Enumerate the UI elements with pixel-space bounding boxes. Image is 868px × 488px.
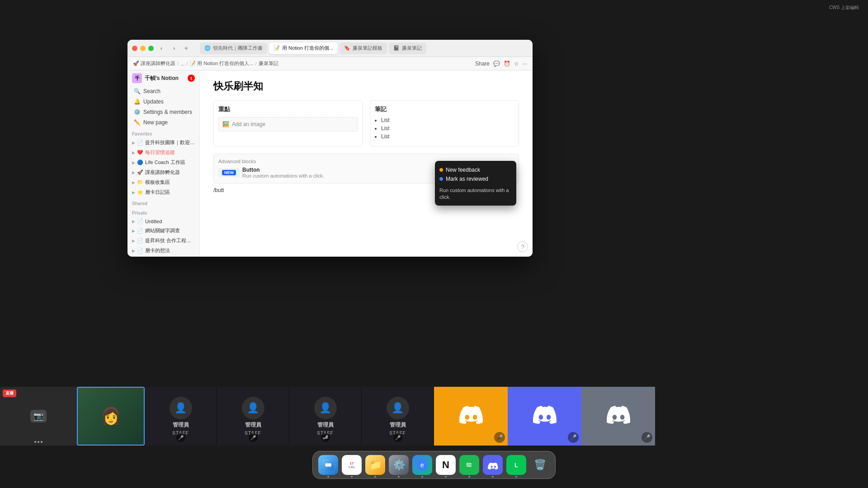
priv-item-3[interactable]: ▶ 📄 提昇科技 合作工程師招... xyxy=(129,236,198,245)
staff-avatar-1: 👤 xyxy=(170,397,192,419)
note-item-3: List xyxy=(381,133,514,140)
updates-label: Updates xyxy=(143,99,164,105)
priv-item-5[interactable]: ▶ 📊 IG 貼文/短影音製作 xyxy=(129,256,198,257)
breadcrumb-1[interactable]: 🚀 課座講師孵化器 xyxy=(133,60,175,67)
share-button[interactable]: Share xyxy=(475,61,490,67)
fav-item-3[interactable]: ▶ 🔵 Life Coach 工作區 xyxy=(129,158,198,167)
sidebar-item-newpage[interactable]: ✏️ New page xyxy=(129,117,198,127)
dot-1 xyxy=(34,441,36,443)
tab-4[interactable]: 📓 廉泉筆記 xyxy=(389,42,426,54)
fav-item-4[interactable]: ▶ 🚀 課座講師孵化器 xyxy=(129,168,198,177)
newpage-label: New page xyxy=(143,119,168,126)
live-more xyxy=(34,441,42,443)
mute-icon-2: 🎤 xyxy=(249,433,258,442)
breadcrumb-2[interactable]: ... xyxy=(180,61,184,66)
priv-item-1[interactable]: ▶ 📄 Untitled xyxy=(129,217,198,225)
more-icon[interactable]: ··· xyxy=(523,61,527,67)
tab-3-label: 廉泉筆記模板 xyxy=(353,45,382,52)
staff-avatar-4: 👤 xyxy=(387,397,409,419)
fav-item-1[interactable]: ▶ 📄 提升科技圖隊｜歡迎來... xyxy=(129,138,198,147)
minimize-button[interactable] xyxy=(140,46,146,51)
dock-finder[interactable] xyxy=(318,455,338,475)
new-tag: NEW xyxy=(222,170,236,175)
staff-name-2: 管理員 xyxy=(245,421,261,429)
fav-label-1: 提升科技圖隊｜歡迎來... xyxy=(145,139,195,146)
priv-item-2[interactable]: ▶ 📄 網站關鍵字調查 xyxy=(129,226,198,235)
help-button[interactable]: ? xyxy=(517,241,528,252)
staff-avatar-3: 👤 xyxy=(314,397,337,419)
chevron-icon: ▶ xyxy=(132,141,135,145)
add-image-button[interactable]: 🖼️ Add an image xyxy=(218,117,358,131)
workspace-icon: 千 xyxy=(132,73,142,83)
dock-spotify[interactable] xyxy=(459,455,479,475)
help-icon[interactable]: ⏰ xyxy=(504,61,510,67)
fav-label-4: 課座講師孵化器 xyxy=(145,169,180,176)
chevron-icon-6: ▶ xyxy=(132,190,135,195)
priv-icon-2: 📄 xyxy=(137,228,143,234)
fav-item-6[interactable]: ▶ ⭐ 層卡日記區 xyxy=(129,188,198,197)
fav-item-2[interactable]: ▶ ❤️ 每日習慣追蹤 xyxy=(129,148,198,157)
settings-dock-dot xyxy=(398,476,400,478)
tooltip-popup: New feedback Mark as reviewed Run custom… xyxy=(435,161,516,206)
spotify-dot xyxy=(468,476,470,478)
slash-text: /butt xyxy=(213,187,224,193)
dock-folder[interactable]: 📁 xyxy=(365,455,385,475)
title-bar: ‹ › + 🌐 領先時代｜團隊工作畫 📝 用 Notion 打造你的個... 🔖… xyxy=(127,40,533,57)
new-tab-button[interactable]: + xyxy=(182,44,191,53)
sidebar-item-search[interactable]: 🔍 Search xyxy=(129,86,198,96)
breadcrumb-4[interactable]: 廉泉筆記 xyxy=(259,60,278,67)
sidebar-item-updates[interactable]: 🔔 Updates xyxy=(129,97,198,107)
chevron-icon-4: ▶ xyxy=(132,170,135,175)
close-button[interactable] xyxy=(132,46,137,51)
note-item-1: List xyxy=(381,117,514,123)
settings-icon: ⚙️ xyxy=(134,109,141,115)
dock-line[interactable]: L xyxy=(506,455,526,475)
dock-notion[interactable]: N xyxy=(436,455,456,475)
folder-dot xyxy=(374,476,376,478)
person-placeholder: 👩 xyxy=(78,388,144,445)
tab-3[interactable]: 🔖 廉泉筆記模板 xyxy=(340,42,387,54)
tab-1-label: 領先時代｜團隊工作畫 xyxy=(213,45,263,52)
dock-calendar[interactable]: 17 CAL xyxy=(342,455,362,475)
svg-text:L: L xyxy=(514,462,518,469)
tooltip-row-1[interactable]: New feedback xyxy=(439,165,512,174)
fav-item-5[interactable]: ▶ 📁 模板收集區 xyxy=(129,178,198,187)
dc-mute-1: 🎤 xyxy=(494,432,505,443)
tab-2[interactable]: 📝 用 Notion 打造你的個... xyxy=(269,42,338,54)
fullscreen-button[interactable] xyxy=(148,46,154,51)
camera-icon: 📷 xyxy=(30,410,47,422)
discord-logo-3 xyxy=(607,404,630,429)
breadcrumb: 🚀 課座講師孵化器 / ... / 📝 用 Notion 打造你的個人... /… xyxy=(133,60,278,67)
sidebar-content: 🔍 Search 🔔 Updates ⚙️ Settings & members… xyxy=(127,86,199,257)
tab-1[interactable]: 🌐 領先時代｜團隊工作畫 xyxy=(200,42,267,54)
staff-name-3: 管理員 xyxy=(317,421,334,429)
favorite-icon[interactable]: ☆ xyxy=(514,61,519,67)
app-body: 千 千幀's Notion 1 🔍 Search 🔔 Updates ⚙️ Se… xyxy=(127,70,533,257)
dock-trash[interactable]: 🗑️ xyxy=(530,455,550,475)
chevron-icon-2: ▶ xyxy=(132,150,135,155)
priv-icon-4: 📄 xyxy=(137,248,143,253)
tab-4-icon: 📓 xyxy=(393,45,400,51)
dock-settings[interactable]: ⚙️ xyxy=(389,455,409,475)
sidebar-item-settings[interactable]: ⚙️ Settings & members xyxy=(129,107,198,117)
chevron-priv-3: ▶ xyxy=(132,239,135,243)
breadcrumb-3[interactable]: 📝 用 Notion 打造你的個人... xyxy=(189,60,253,67)
dock-edge[interactable]: e xyxy=(412,455,432,475)
comment-icon[interactable]: 💬 xyxy=(493,61,500,67)
two-col-layout: 重點 🖼️ Add an image 筆記 List List List xyxy=(213,100,519,146)
nav-back-button[interactable]: ‹ xyxy=(156,43,166,53)
tab-2-icon: 📝 xyxy=(274,45,280,51)
tooltip-row-2[interactable]: Mark as reviewed xyxy=(439,174,512,183)
staff-avatar-2: 👤 xyxy=(242,397,264,419)
priv-item-4[interactable]: ▶ 📄 層卡的想法 xyxy=(129,246,198,255)
live-badge: 直播 xyxy=(3,389,16,397)
dock-discord[interactable] xyxy=(483,455,503,475)
discord-dot xyxy=(492,476,494,478)
fav-icon-6: ⭐ xyxy=(137,189,143,195)
staff-tiles: 👤 管理員 STAFF 🎤 👤 管理員 STAFF 🎤 👤 管理員 STAFF … xyxy=(145,387,434,450)
sidebar-header: 千 千幀's Notion 1 xyxy=(127,70,199,86)
nav-forward-button[interactable]: › xyxy=(169,43,179,53)
top-right-info: CWS 上架編輯 xyxy=(829,5,859,11)
highlights-block: 重點 🖼️ Add an image xyxy=(213,100,363,146)
button-label: Button xyxy=(242,167,324,173)
